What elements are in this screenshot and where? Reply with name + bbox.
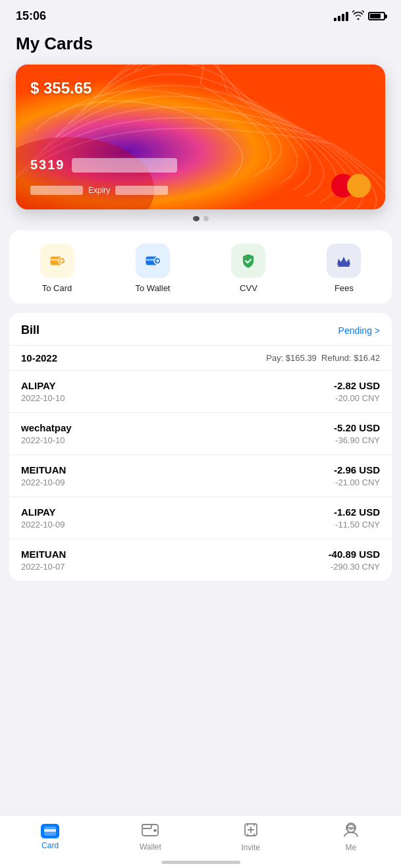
nav-item-card[interactable]: Card [30,824,70,850]
svg-point-21 [352,827,353,828]
to-wallet-label: To Wallet [136,283,171,293]
invite-nav-icon [243,822,259,840]
txn-date: 2022-10-10 [21,393,65,403]
card-expiry-text: Expiry [88,186,110,195]
bill-section: Bill Pending > 10-2022 Pay: $165.39 Refu… [9,313,392,581]
txn-merchant: MEITUAN [21,464,66,475]
card-nav-icon [41,824,59,838]
txn-usd: -1.62 USD [334,506,380,518]
bill-period-row: 10-2022 Pay: $165.39 Refund: $16.42 [9,345,392,370]
txn-usd: -2.96 USD [334,464,380,475]
card-expiry-row: Expiry [30,186,168,195]
carousel-dot-2[interactable] [203,216,209,221]
txn-usd: -40.89 USD [329,549,380,560]
nav-label-card: Card [41,841,59,850]
txn-cny: -290.30 CNY [329,562,380,572]
bill-header: Bill Pending > [9,313,392,345]
to-card-label: To Card [42,283,72,293]
transaction-row[interactable]: ALIPAY 2022-10-10 -2.82 USD -20.00 CNY [9,370,392,412]
transaction-row[interactable]: MEITUAN 2022-10-09 -2.96 USD -21.00 CNY [9,454,392,497]
carousel-dot-1[interactable] [193,216,200,221]
card-mastercard-logo [331,174,371,198]
txn-usd: -5.20 USD [334,422,380,433]
fees-label: Fees [334,283,354,293]
nav-item-invite[interactable]: Invite [231,822,271,852]
transaction-row[interactable]: wechatpay 2022-10-10 -5.20 USD -36.90 CN… [9,412,392,454]
txn-date: 2022-10-07 [21,562,66,572]
svg-rect-8 [338,265,350,267]
card-carousel: $ 355.65 5319 Expiry [0,65,401,221]
action-panel: To Card To Wallet CVV [9,231,392,304]
me-nav-icon [342,822,360,840]
bill-pending-button[interactable]: Pending > [338,325,380,336]
battery-icon [368,12,385,20]
svg-point-17 [350,827,352,829]
txn-cny: -21.00 CNY [334,477,380,487]
nav-label-wallet: Wallet [140,842,161,852]
bill-summary: Pay: $165.39 Refund: $16.42 [266,353,380,363]
txn-merchant: MEITUAN [21,549,66,560]
credit-card[interactable]: $ 355.65 5319 Expiry [16,65,385,209]
txn-merchant: ALIPAY [21,506,65,518]
txn-date: 2022-10-10 [21,435,72,445]
status-icons [334,11,385,22]
txn-usd: -2.82 USD [334,380,380,391]
nav-label-me: Me [346,843,357,852]
to-card-icon [40,244,74,278]
transaction-row[interactable]: MEITUAN 2022-10-07 -40.89 USD -290.30 CN… [9,539,392,581]
txn-date: 2022-10-09 [21,520,65,529]
txn-merchant: ALIPAY [21,380,65,391]
action-to-wallet[interactable]: To Wallet [136,244,171,293]
txn-merchant: wechatpay [21,422,72,433]
card-number-row: 5319 [30,157,177,173]
bill-period: 10-2022 [21,352,57,364]
action-to-card[interactable]: To Card [40,244,74,293]
cvv-icon [231,244,265,278]
nav-item-wallet[interactable]: Wallet [130,823,170,852]
signal-icon [334,12,348,21]
action-cvv[interactable]: CVV [231,244,265,293]
wallet-nav-icon [142,823,159,840]
carousel-dots [16,216,385,221]
bottom-nav: Card Wallet Invite [0,815,401,868]
status-time: 15:06 [16,9,46,23]
card-expiry-label-bar [30,186,83,195]
transactions-list: ALIPAY 2022-10-10 -2.82 USD -20.00 CNY w… [9,370,392,581]
wifi-icon [352,11,364,22]
fees-icon [327,244,361,278]
transaction-row[interactable]: ALIPAY 2022-10-09 -1.62 USD -11.50 CNY [9,497,392,539]
nav-label-invite: Invite [241,843,260,852]
cvv-label: CVV [240,283,257,293]
txn-date: 2022-10-09 [21,477,66,487]
card-number-visible: 5319 [30,157,65,173]
svg-rect-10 [44,829,56,832]
status-bar: 15:06 [0,0,401,28]
svg-rect-13 [153,829,157,832]
home-indicator [161,861,240,864]
txn-cny: -11.50 CNY [334,520,380,529]
page-title: My Cards [0,28,401,65]
action-fees[interactable]: Fees [327,244,361,293]
card-balance: $ 355.65 [30,79,92,97]
card-expiry-value-bar [115,186,168,195]
to-wallet-icon [136,244,170,278]
nav-item-me[interactable]: Me [331,822,371,852]
mastercard-orange-circle [347,174,371,198]
card-number-hidden [72,158,177,173]
txn-cny: -36.90 CNY [334,435,380,445]
txn-cny: -20.00 CNY [334,393,380,403]
svg-point-20 [348,827,350,828]
bill-title: Bill [21,323,40,337]
